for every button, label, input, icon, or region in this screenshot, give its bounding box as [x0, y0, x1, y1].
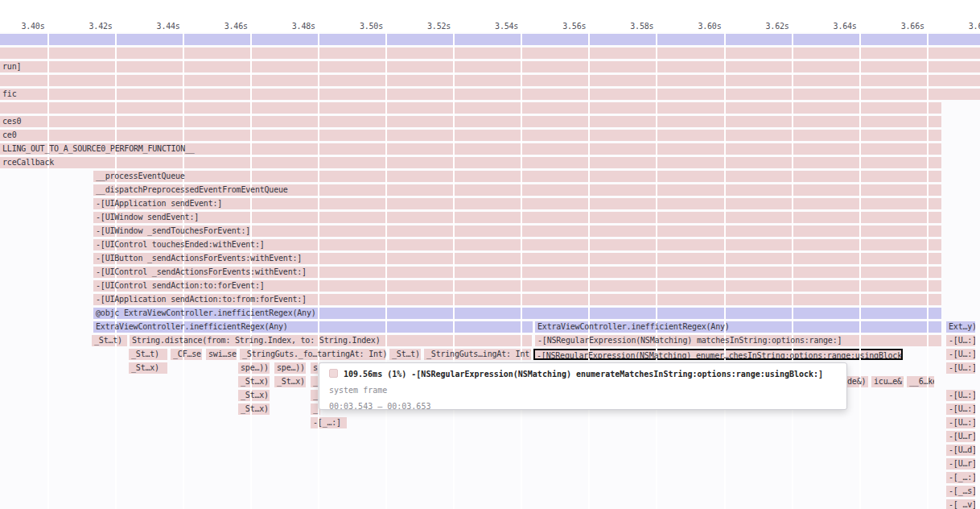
- flame-bar-label: _St…x): [238, 377, 269, 386]
- flame-bar-label: -[UIControl _sendActionsForEvents:withEv…: [93, 267, 307, 276]
- flame-bar[interactable]: -[UIButton _sendActionsForEvents:withEve…: [93, 253, 941, 264]
- flame-bar-label: _CF…se: [171, 350, 201, 358]
- flame-bar[interactable]: -[UIControl sendAction:to:forEvent:]: [93, 280, 941, 292]
- flame-bar[interactable]: __6…ke: [907, 376, 934, 387]
- flame-bar-label: _St…x): [238, 404, 269, 413]
- flame-bar[interactable]: _StringGuts…ingAt: Int): [424, 349, 531, 360]
- tooltip-duration: 109.56ms: [344, 370, 382, 379]
- flame-bar[interactable]: _St…t): [129, 349, 167, 360]
- flame-bar[interactable]: _St…t): [389, 349, 421, 360]
- gridline: [385, 32, 387, 509]
- flame-bar[interactable]: -[U…:]: [946, 417, 975, 428]
- flame-bar[interactable]: [0, 75, 980, 86]
- flame-bar-label: -[UIWindow sendEvent:]: [93, 213, 199, 221]
- gridline: [521, 32, 522, 509]
- tooltip-percent: (1%): [387, 370, 406, 379]
- flame-bar-label: _StringGuts…ingAt: Int): [424, 350, 531, 358]
- flame-bar[interactable]: -[_…s]: [946, 486, 975, 497]
- flame-bar[interactable]: [0, 102, 941, 114]
- flame-bar[interactable]: @objc ExtraViewController.inefficientReg…: [93, 308, 941, 319]
- flame-bar[interactable]: _St…x): [129, 362, 167, 374]
- flame-bar[interactable]: _St…t): [92, 335, 127, 346]
- axis-tick-label: 3.64s: [809, 22, 857, 31]
- flame-bar[interactable]: spe…)): [238, 362, 270, 374]
- flame-bar[interactable]: swi…se: [206, 349, 237, 360]
- flame-bar-label: -[UIApplication sendAction:to:from:forEv…: [93, 295, 307, 304]
- flame-bar-label: String.distance(from: String.Index, to: …: [130, 336, 381, 345]
- flame-bar-label: de&): [845, 377, 866, 386]
- time-axis: 3.40s3.42s3.44s3.46s3.48s3.50s3.52s3.54s…: [0, 0, 980, 32]
- flame-bar[interactable]: -[U…:]: [946, 349, 975, 360]
- axis-tick-label: 3.48s: [267, 22, 315, 31]
- flame-bar[interactable]: -[UIWindow sendEvent:]: [93, 212, 941, 223]
- axis-tick-label: 3.40s: [0, 22, 45, 31]
- flame-bar-label: _St…x): [274, 377, 305, 386]
- flame-bar[interactable]: ces0: [0, 116, 941, 127]
- flame-bar[interactable]: fic: [0, 89, 980, 100]
- flame-bar-label: LLING_OUT_TO_A_SOURCE0_PERFORM_FUNCTION_…: [0, 144, 195, 153]
- flame-bar[interactable]: -[_…v]: [946, 499, 975, 509]
- flame-bar-label: -[UIButton _sendActionsForEvents:withEve…: [93, 254, 302, 263]
- flame-bar[interactable]: rceCallback: [0, 157, 941, 168]
- flame-bar[interactable]: _St…x): [238, 403, 270, 415]
- flame-bar[interactable]: -[U…d]: [946, 445, 975, 456]
- flame-bar[interactable]: de&): [845, 376, 868, 387]
- flame-bar-label: _: [311, 391, 318, 399]
- flame-bar[interactable]: _St…x): [274, 376, 306, 387]
- gridline: [859, 32, 861, 509]
- flame-bar[interactable]: -[_…:]: [946, 472, 975, 483]
- flame-bar-label: -[_…s]: [946, 486, 975, 495]
- flame-bar[interactable]: __processEventQueue: [93, 171, 941, 182]
- flame-bar[interactable]: __dispatchPreprocessedEventFromEventQueu…: [93, 184, 941, 196]
- flame-bar-label: -[_…:]: [311, 418, 341, 427]
- flame-bar[interactable]: ExtraViewController.inefficientRegex(Any…: [535, 321, 941, 333]
- axis-tick-label: 3.62s: [741, 22, 789, 31]
- flame-bar[interactable]: _CF…se: [171, 349, 202, 360]
- flame-bar[interactable]: -[UIApplication sendEvent:]: [93, 198, 941, 209]
- flame-bar-label: -[UIControl touchesEnded:withEvent:]: [93, 240, 265, 249]
- flame-bar[interactable]: -[UIApplication sendAction:to:from:forEv…: [93, 294, 941, 305]
- axis-tick-label: 3.46s: [200, 22, 248, 31]
- flame-bar-label: -[NSRegularExpression(NSMatching) enumer…: [535, 351, 903, 360]
- flame-bar[interactable]: -[UIWindow _sendTouchesForEvent:]: [93, 226, 941, 237]
- flame-bar-label: _St…x): [238, 391, 269, 399]
- flame-bar[interactable]: -[_…:]: [311, 417, 347, 428]
- flame-bar[interactable]: -[U…:]: [946, 403, 975, 415]
- flame-bar[interactable]: -[U…:]: [946, 362, 975, 374]
- tooltip-frame-type: system frame: [329, 385, 837, 395]
- flame-bar-label: _St…x): [129, 363, 159, 372]
- flame-bar[interactable]: -[U…r]: [946, 431, 975, 442]
- flame-bar-label: -[UIWindow _sendTouchesForEvent:]: [93, 226, 250, 235]
- flame-bar[interactable]: [0, 48, 980, 59]
- flame-bar[interactable]: _St…x): [238, 390, 270, 401]
- gridline: [724, 32, 726, 509]
- flame-chart[interactable]: 109.56ms (1%) -[NSRegularExpression(NSMa…: [0, 32, 980, 509]
- flame-bar[interactable]: -[U…:]: [946, 390, 975, 401]
- axis-tick-label: 3.58s: [605, 22, 653, 31]
- flame-bar[interactable]: [0, 34, 980, 45]
- flame-bar[interactable]: spe…)): [274, 362, 306, 374]
- flame-bar[interactable]: -[U…:]: [946, 335, 975, 346]
- flame-bar-label: _: [311, 377, 318, 386]
- flame-bar-selected[interactable]: -[NSRegularExpression(NSMatching) enumer…: [533, 349, 903, 360]
- flame-bar[interactable]: -[UIControl _sendActionsForEvents:withEv…: [93, 267, 941, 278]
- flame-bar[interactable]: Ext…y): [946, 321, 975, 333]
- flame-bar[interactable]: ExtraViewController.inefficientRegex(Any…: [93, 321, 533, 333]
- axis-tick-label: 3.66s: [876, 22, 924, 31]
- flame-bar[interactable]: icu…e&): [871, 376, 904, 387]
- axis-tick-label: 3.60s: [673, 22, 722, 31]
- flame-bar[interactable]: -[NSRegularExpression(NSMatching) matche…: [535, 335, 941, 346]
- tooltip-symbol: -[NSRegularExpression(NSMatching) enumer…: [411, 370, 823, 379]
- axis-tick-label: 3.50s: [335, 22, 383, 31]
- flame-bar[interactable]: ce0: [0, 130, 941, 141]
- flame-bar[interactable]: -[U…r]: [946, 458, 975, 470]
- flame-bar[interactable]: _St…x): [238, 376, 270, 387]
- flame-bar[interactable]: LLING_OUT_TO_A_SOURCE0_PERFORM_FUNCTION_…: [0, 143, 941, 155]
- flame-bar[interactable]: _StringGuts._fo…tartingAt: Int): [240, 349, 386, 360]
- flame-bar[interactable]: -[UIControl touchesEnded:withEvent:]: [93, 239, 941, 250]
- flame-bar[interactable]: run]: [0, 61, 980, 72]
- flame-bar[interactable]: String.distance(from: String.Index, to: …: [130, 335, 532, 346]
- flame-bar-label: -[U…:]: [946, 363, 975, 372]
- gridline: [318, 32, 319, 509]
- instruments-flame-chart-window: 3.40s3.42s3.44s3.46s3.48s3.50s3.52s3.54s…: [0, 0, 980, 509]
